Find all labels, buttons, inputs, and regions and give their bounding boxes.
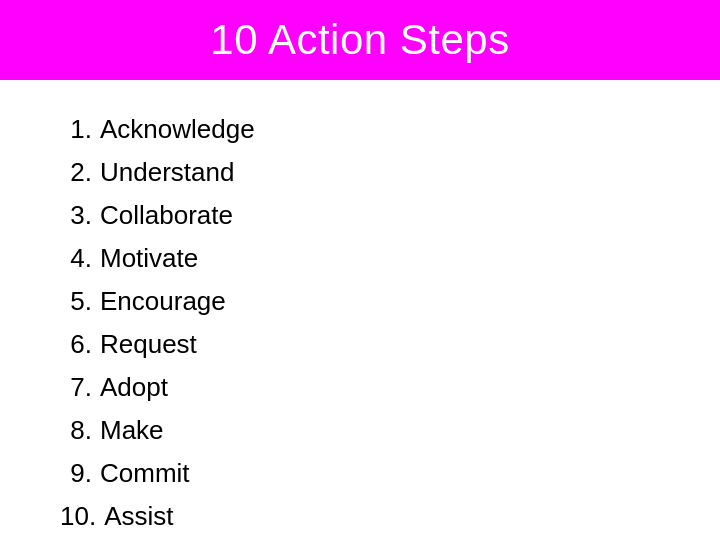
list-item-text: Commit bbox=[100, 454, 190, 493]
list-item-text: Acknowledge bbox=[100, 110, 255, 149]
list-item-number: 5. bbox=[60, 282, 92, 321]
list-item: 7.Adopt bbox=[60, 368, 680, 407]
list-item-text: Make bbox=[100, 411, 164, 450]
list-item-text: Assist bbox=[104, 497, 173, 536]
list-item-number: 2. bbox=[60, 153, 92, 192]
list-item-number: 9. bbox=[60, 454, 92, 493]
slide-content: 1.Acknowledge2.Understand3.Collaborate4.… bbox=[0, 80, 720, 540]
list-item: 2.Understand bbox=[60, 153, 680, 192]
list-item: 6.Request bbox=[60, 325, 680, 364]
slide-title: 10 Action Steps bbox=[210, 16, 509, 64]
list-item-number: 10. bbox=[60, 497, 96, 536]
list-item-number: 4. bbox=[60, 239, 92, 278]
list-item: 4.Motivate bbox=[60, 239, 680, 278]
list-item-number: 6. bbox=[60, 325, 92, 364]
list-item-number: 7. bbox=[60, 368, 92, 407]
list-item: 3.Collaborate bbox=[60, 196, 680, 235]
list-item: 1.Acknowledge bbox=[60, 110, 680, 149]
slide: 10 Action Steps 1.Acknowledge2.Understan… bbox=[0, 0, 720, 540]
list-item-text: Motivate bbox=[100, 239, 198, 278]
list-item: 5.Encourage bbox=[60, 282, 680, 321]
list-item-text: Encourage bbox=[100, 282, 226, 321]
list-item: 10.Assist bbox=[60, 497, 680, 536]
list-item-text: Understand bbox=[100, 153, 234, 192]
list-item-text: Adopt bbox=[100, 368, 168, 407]
list-item-text: Collaborate bbox=[100, 196, 233, 235]
list-item-text: Request bbox=[100, 325, 197, 364]
slide-header: 10 Action Steps bbox=[0, 0, 720, 80]
list-item-number: 1. bbox=[60, 110, 92, 149]
list-item-number: 8. bbox=[60, 411, 92, 450]
list-item: 9.Commit bbox=[60, 454, 680, 493]
action-steps-list: 1.Acknowledge2.Understand3.Collaborate4.… bbox=[60, 110, 680, 536]
list-item: 8.Make bbox=[60, 411, 680, 450]
list-item-number: 3. bbox=[60, 196, 92, 235]
